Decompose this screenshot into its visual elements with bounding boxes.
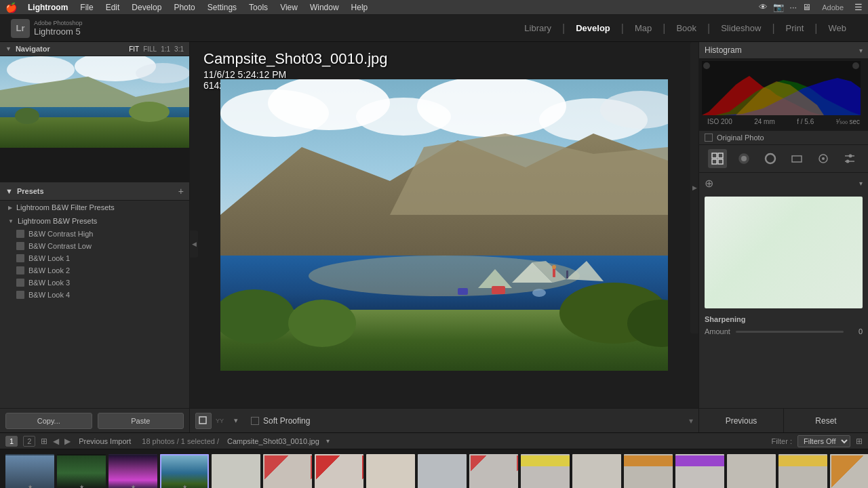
preset-bw-contrast-high[interactable]: B&W Contrast High [0, 228, 189, 240]
circle-small-icon [817, 152, 829, 165]
filmstrip-thumb-5[interactable] [212, 454, 260, 489]
left-panel-collapse-btn[interactable]: ◀ [190, 230, 198, 258]
navigator-header[interactable]: ▼ Navigator FIT FILL 1:1 3:1 [0, 42, 189, 56]
detail-btn[interactable] [814, 149, 833, 168]
filmstrip-thumb-9[interactable] [418, 454, 467, 489]
filmstrip-thumb-11[interactable] [521, 454, 570, 489]
split-tone-btn[interactable] [787, 149, 806, 168]
tab-slideshow[interactable]: Slideshow [710, 15, 772, 42]
reset-button[interactable]: Reset [784, 409, 868, 432]
right-panel: Histogram ▾ [698, 42, 868, 432]
soft-proof-checkbox[interactable] [251, 417, 259, 425]
filmstrip-grid-icon[interactable]: ⊞ [41, 436, 47, 446]
bwpresets-label: Lightroom B&W Presets [18, 217, 97, 225]
preset-bw-look1[interactable]: B&W Look 1 [0, 252, 189, 264]
preset-group-bwfilter: ▶ Lightroom B&W Filter Presets [0, 201, 189, 214]
svg-rect-29 [553, 268, 555, 277]
preset-bw-look4[interactable]: B&W Look 4 [0, 289, 189, 301]
crop-icon [198, 415, 209, 426]
filmstrip-filename[interactable]: Campsite_Shot03_0010.jpg [227, 437, 319, 445]
copy-button[interactable]: Copy... [5, 413, 92, 429]
filmstrip-filename-arrow[interactable]: ▾ [326, 437, 330, 445]
filmstrip-thumb-7[interactable] [315, 454, 363, 489]
dropdown-btn[interactable]: ▾ [228, 413, 244, 429]
menu-window[interactable]: Window [304, 0, 344, 14]
filmstrip-next-arrow[interactable]: ▶ [64, 436, 71, 446]
panel-chevron-icon[interactable]: ▾ [859, 180, 863, 187]
filmstrip-right-icon[interactable]: ⊞ [856, 436, 863, 446]
menu-tools[interactable]: Tools [243, 0, 273, 14]
preset-group-bwfilter-header[interactable]: ▶ Lightroom B&W Filter Presets [0, 201, 189, 214]
hsl-btn[interactable] [761, 149, 780, 168]
tab-library[interactable]: Library [513, 15, 562, 42]
filmstrip-thumb-4[interactable]: ★ [160, 454, 209, 489]
menu-file[interactable]: File [75, 0, 98, 14]
preset-bw-look3[interactable]: B&W Look 3 [0, 277, 189, 289]
filmstrip-thumb-1[interactable]: ★ [5, 454, 54, 489]
zoom-1-1-btn[interactable]: 1:1 [161, 45, 170, 53]
tab-map[interactable]: Map [624, 15, 663, 42]
lens-corrections-btn[interactable] [840, 149, 859, 168]
filmstrip-prev-arrow[interactable]: ◀ [53, 436, 59, 446]
tab-web[interactable]: Web [818, 15, 858, 42]
svg-rect-40 [712, 153, 717, 158]
filmstrip-thumb-15[interactable] [727, 454, 776, 489]
menu-develop[interactable]: Develop [126, 0, 167, 14]
filmstrip-thumb-12[interactable] [572, 454, 621, 489]
presets-collapse-icon: ▼ [5, 187, 13, 195]
soft-proof-label[interactable]: Soft Proofing [263, 416, 310, 426]
right-panel-scroll[interactable]: ▶ [690, 42, 698, 333]
tab-book[interactable]: Book [665, 15, 707, 42]
presets-header[interactable]: ▼ Presets + [0, 182, 189, 201]
original-photo-checkbox[interactable] [705, 134, 713, 142]
menu-settings[interactable]: Settings [202, 0, 242, 14]
filmstrip-thumb-2[interactable]: ★ [57, 454, 106, 489]
tab-print[interactable]: Print [775, 15, 815, 42]
menu-view[interactable]: View [275, 0, 303, 14]
zoom-fill-btn[interactable]: FILL [143, 45, 157, 53]
tone-curve-btn[interactable] [734, 149, 753, 168]
preset-item-icon-2 [16, 242, 24, 250]
filmstrip-thumb-10[interactable] [469, 454, 518, 489]
filter-select[interactable]: Filters Off [797, 435, 850, 447]
svg-point-53 [846, 160, 849, 163]
soft-proof-panel: ⊕ ▾ Sharpening Amount 0 [699, 173, 868, 408]
histogram-header: Histogram ▾ [699, 42, 868, 58]
bwfilter-expand-icon: ▶ [8, 205, 12, 211]
presets-add-icon[interactable]: + [178, 186, 184, 197]
sharpening-amount-row: Amount 0 [705, 326, 863, 337]
menu-photo[interactable]: Photo [168, 0, 200, 14]
menu-lightroom[interactable]: Lightroom [22, 0, 73, 14]
menu-help[interactable]: Help [346, 0, 374, 14]
histogram-chevron-icon[interactable]: ▾ [859, 47, 863, 54]
filmstrip-thumb-13[interactable] [624, 454, 673, 489]
filmstrip-thumb-3[interactable]: ★ [108, 454, 157, 489]
tab-develop[interactable]: Develop [565, 15, 621, 42]
filmstrip-thumb-16[interactable] [778, 454, 827, 489]
zoom-fit-btn[interactable]: FIT [129, 45, 139, 53]
previous-button[interactable]: Previous [699, 409, 784, 432]
zoom-custom-btn[interactable]: 3:1 [174, 45, 184, 53]
menu-edit[interactable]: Edit [100, 0, 125, 14]
hist-clip-right-btn[interactable] [852, 62, 859, 69]
preset-group-bwpresets-header[interactable]: ▼ Lightroom B&W Presets [0, 214, 189, 228]
toolbar-dropdown-icon[interactable]: ▾ [689, 416, 693, 426]
crop-tool-btn[interactable] [195, 413, 212, 429]
sharpening-section: Sharpening Amount 0 [699, 311, 868, 341]
filmstrip-thumb-6[interactable] [263, 454, 312, 489]
preset-bw-contrast-low[interactable]: B&W Contrast Low [0, 240, 189, 252]
svg-point-3 [136, 63, 189, 83]
filmstrip-page-1[interactable]: 1 [5, 436, 18, 447]
sharpening-amount-slider[interactable] [736, 331, 844, 333]
basic-panel-btn[interactable] [708, 149, 727, 168]
preset-bw-look2[interactable]: B&W Look 2 [0, 264, 189, 277]
filmstrip-thumb-14[interactable] [675, 454, 724, 489]
paste-button[interactable]: Paste [98, 413, 184, 429]
filmstrip-page-2[interactable]: 2 [23, 436, 35, 447]
filmstrip-thumb-8[interactable] [366, 454, 415, 489]
svg-rect-32 [492, 286, 505, 294]
hist-clip-left-btn[interactable] [703, 62, 710, 69]
filmstrip-thumb-1-badge: ★ [28, 484, 33, 489]
filmstrip-thumb-4-badge: ★ [182, 484, 187, 489]
filmstrip-thumb-17[interactable] [830, 454, 868, 489]
